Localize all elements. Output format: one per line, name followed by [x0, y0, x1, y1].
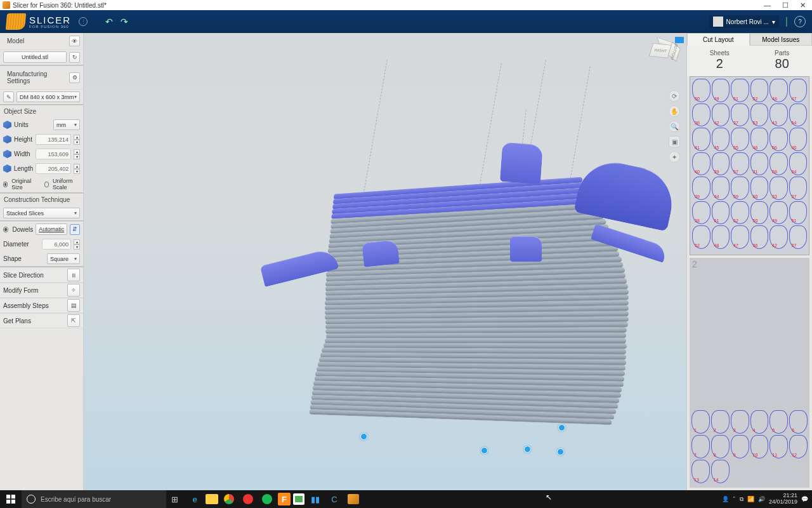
height-stepper[interactable]: ▴▾	[74, 135, 80, 145]
viewport-3d[interactable]: RIGHT BOTTOM ⟳ ✋ 🔍 ▣ ✦	[84, 33, 686, 490]
slice-direction-icon: ⫼	[67, 269, 80, 281]
app-blue-icon[interactable]: ▮▮	[307, 491, 324, 507]
app-logo: SLICER FOR FUSION 360 ⋮	[6, 13, 88, 30]
uniform-scale-radio[interactable]	[44, 182, 49, 187]
dowel-handle[interactable]	[558, 424, 565, 431]
mfg-section-label: Manufacturing Settings	[3, 68, 67, 87]
undo-button[interactable]: ↶	[105, 17, 113, 27]
app-c-icon[interactable]: C	[326, 491, 343, 507]
orbit-icon[interactable]: ⟳	[669, 90, 680, 102]
people-icon[interactable]: 👤	[722, 496, 729, 502]
logo-title: SLICER	[29, 15, 71, 25]
fit-icon[interactable]: ▣	[669, 136, 680, 147]
dowel-handle[interactable]	[360, 433, 367, 440]
svg-rect-2	[6, 500, 10, 504]
export-icon: ⇱	[67, 314, 80, 327]
parts-label: Parts	[775, 50, 789, 57]
mfg-preset-select[interactable]: DM 840 x 600 x 3mm	[16, 91, 80, 102]
start-button[interactable]	[0, 490, 22, 508]
tray-up-icon[interactable]: ˄	[733, 496, 736, 502]
note-icon[interactable]	[293, 493, 304, 505]
redo-button[interactable]: ↷	[121, 17, 128, 27]
pencil-icon[interactable]: ✎	[3, 91, 14, 102]
width-input[interactable]	[36, 149, 71, 159]
width-stepper[interactable]: ▴▾	[74, 149, 80, 159]
spotify-icon[interactable]	[259, 491, 275, 507]
width-icon	[3, 150, 11, 158]
height-input[interactable]	[36, 134, 71, 145]
window-titlebar: Slicer for Fusion 360: Untitled.stl* — ☐…	[0, 0, 812, 10]
clock[interactable]: 21:21 24/01/2019	[769, 493, 797, 505]
cortana-icon	[27, 495, 36, 504]
dowel-handle[interactable]	[557, 448, 564, 455]
task-view-icon[interactable]: ⊞	[166, 491, 183, 507]
view-cube[interactable]: RIGHT BOTTOM	[648, 36, 678, 67]
app-red-icon[interactable]	[240, 491, 256, 507]
units-icon	[3, 121, 11, 129]
slice-direction-row[interactable]: Slice Direction ⫼	[0, 267, 83, 283]
dowel-handle[interactable]	[524, 446, 531, 453]
dowel-handle[interactable]	[481, 447, 488, 454]
diameter-stepper[interactable]: ▴▾	[74, 239, 80, 250]
length-label: Length	[14, 165, 34, 172]
windows-taskbar: Escribe aquí para buscar ⊞ e F ▮▮ C ↖ 👤 …	[0, 490, 812, 508]
original-size-label: Original Size	[11, 178, 36, 190]
dowels-radio[interactable]	[3, 227, 8, 232]
dowels-edit-button[interactable]: ⇵	[70, 224, 80, 235]
minimize-button[interactable]: —	[764, 1, 771, 10]
sliced-model	[236, 147, 680, 439]
chrome-icon[interactable]	[221, 491, 237, 507]
model-file-button[interactable]: Untitled.stl	[3, 51, 67, 63]
units-select[interactable]: mm	[53, 119, 80, 130]
app-header: SLICER FOR FUSION 360 ⋮ ↶ ↷ Norbert Rovi…	[0, 10, 812, 33]
volume-icon[interactable]: 🔊	[758, 496, 765, 502]
parts-value: 80	[775, 57, 789, 71]
get-plans-row[interactable]: Get Plans ⇱	[0, 313, 83, 328]
logo-subtitle: FOR FUSION 360	[29, 25, 71, 29]
dropbox-icon[interactable]: ⧉	[740, 496, 743, 503]
maximize-button[interactable]: ☐	[782, 1, 789, 10]
notifications-icon[interactable]: 💬	[801, 496, 808, 502]
sheets-value: 2	[710, 57, 730, 71]
assembly-icon: ▤	[67, 299, 80, 312]
user-menu[interactable]: Norbert Rovi ... ▾	[709, 15, 779, 28]
menu-icon[interactable]: ⋮	[79, 17, 88, 26]
shape-select[interactable]: Square	[47, 253, 80, 264]
height-icon	[3, 135, 11, 144]
diameter-label: Diameter	[3, 241, 39, 248]
help-button[interactable]: ?	[794, 16, 806, 27]
reload-button[interactable]: ↻	[69, 52, 80, 63]
sheet-preview-2[interactable]: 2	[690, 258, 809, 488]
a360-badge-icon[interactable]	[675, 37, 684, 43]
tab-model-issues[interactable]: Model Issues	[750, 33, 813, 46]
modify-form-icon: ✧	[67, 284, 80, 297]
pan-icon[interactable]: ✋	[669, 105, 680, 117]
technique-select[interactable]: Stacked Slices	[3, 208, 80, 218]
explorer-icon[interactable]	[206, 494, 218, 504]
length-input[interactable]	[36, 163, 71, 174]
gear-icon[interactable]: ⚙	[69, 72, 80, 83]
window-title: Slicer for Fusion 360: Untitled.stl*	[13, 2, 107, 9]
assembly-steps-row[interactable]: Assembly Steps ▤	[0, 298, 83, 313]
diameter-input[interactable]	[42, 239, 71, 250]
left-sidebar: Model 👁 Untitled.stl ↻ Manufacturing Set…	[0, 33, 84, 490]
sheet-preview-1[interactable]	[690, 76, 809, 255]
edge-icon[interactable]: e	[187, 491, 203, 507]
fusion-icon[interactable]: F	[278, 493, 291, 505]
zoom-icon[interactable]: 🔍	[669, 121, 680, 132]
slicer-taskbar-icon[interactable]	[345, 491, 362, 507]
wifi-icon[interactable]: 📶	[747, 496, 754, 502]
original-size-radio[interactable]	[3, 182, 8, 187]
dowels-mode-button[interactable]: Automatic	[36, 224, 67, 235]
visibility-button[interactable]: 👁	[69, 36, 80, 46]
close-button[interactable]: ✕	[800, 1, 806, 10]
tab-cut-layout[interactable]: Cut Layout	[687, 33, 750, 46]
search-input[interactable]: Escribe aquí para buscar	[22, 490, 166, 508]
length-stepper[interactable]: ▴▾	[74, 164, 80, 174]
tech-section-label: Construction Technique	[0, 194, 83, 206]
avatar	[713, 17, 723, 27]
modify-form-row[interactable]: Modify Form ✧	[0, 283, 83, 298]
dowels-label: Dowels	[12, 226, 33, 233]
svg-rect-3	[11, 500, 15, 504]
uniform-scale-label: Uniform Scale	[53, 178, 80, 190]
